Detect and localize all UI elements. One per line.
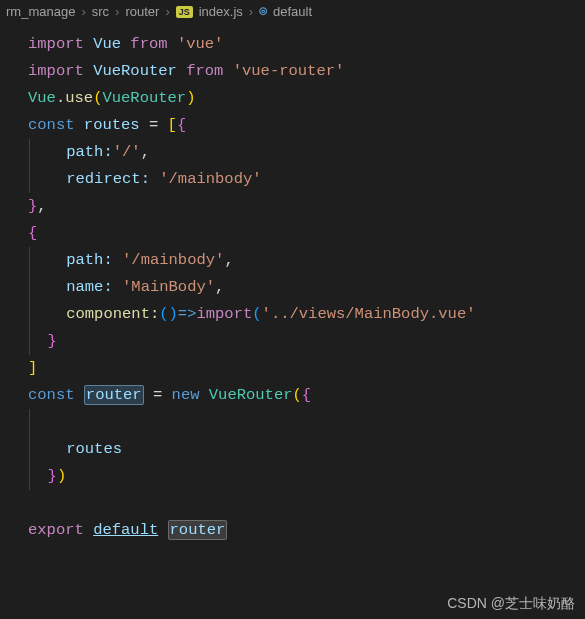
code-line[interactable]: routes [28,436,585,463]
code-line[interactable]: ] [28,355,585,382]
code-line[interactable]: export default router [28,517,585,544]
code-line[interactable]: import VueRouter from 'vue-router' [28,58,585,85]
code-line[interactable]: const routes = [{ [28,112,585,139]
code-line[interactable]: component:()=>import('../views/MainBody.… [28,301,585,328]
js-icon: JS [176,6,193,18]
watermark: CSDN @芝士味奶酪 [447,595,575,613]
chevron-right-icon: › [79,4,87,19]
code-line[interactable]: Vue.use(VueRouter) [28,85,585,112]
breadcrumb-item[interactable]: router [125,4,159,19]
code-line[interactable]: const router = new VueRouter({ [28,382,585,409]
breadcrumb-item[interactable]: index.js [199,4,243,19]
chevron-right-icon: › [247,4,255,19]
breadcrumb-item[interactable]: src [92,4,109,19]
code-line[interactable]: import Vue from 'vue' [28,31,585,58]
breadcrumb-item[interactable]: default [273,4,312,19]
breadcrumb[interactable]: rm_manage › src › router › JS index.js ›… [0,0,585,23]
code-line[interactable]: { [28,220,585,247]
code-line[interactable]: }) [28,463,585,490]
code-line[interactable]: } [28,328,585,355]
code-line[interactable]: name: 'MainBody', [28,274,585,301]
code-line[interactable]: redirect: '/mainbody' [28,166,585,193]
chevron-right-icon: › [113,4,121,19]
chevron-right-icon: › [163,4,171,19]
code-line[interactable]: path: '/mainbody', [28,247,585,274]
symbol-icon: ⌾ [259,4,267,19]
breadcrumb-item[interactable]: rm_manage [6,4,75,19]
code-line[interactable]: path:'/', [28,139,585,166]
code-line[interactable]: }, [28,193,585,220]
code-editor[interactable]: import Vue from 'vue' import VueRouter f… [0,23,585,552]
